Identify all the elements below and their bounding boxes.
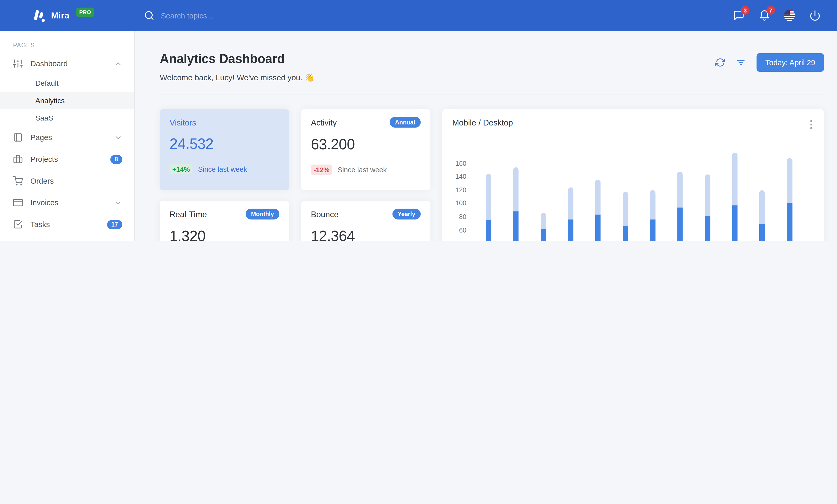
sidebar-item-analytics[interactable]: Analytics [0, 92, 134, 109]
desktop-segment [732, 152, 738, 205]
sliders-icon [13, 59, 23, 69]
stat-note: Since last week [198, 165, 247, 173]
bar-oct[interactable] [732, 152, 738, 241]
bar-jan[interactable] [486, 174, 492, 241]
mobile-segment [677, 207, 683, 241]
bar-chart: 020406080100120140160 JanFebMarAprMayJun… [475, 150, 803, 241]
sidebar-item-label: Pages [31, 133, 107, 142]
desktop-segment [513, 167, 519, 211]
mobile-segment [541, 229, 546, 241]
stat-value: 1.320 [170, 228, 279, 241]
bar-apr[interactable] [568, 187, 573, 241]
sidebar-item-invoices[interactable]: Invoices [0, 192, 134, 213]
stat-delta-badge: -12% [311, 165, 332, 175]
desktop-segment [595, 180, 601, 215]
sidebar-item-pages[interactable]: Pages [0, 127, 134, 148]
search-input[interactable] [161, 11, 313, 20]
mobile-segment [650, 219, 656, 241]
sidebar-item-projects[interactable]: Projects8 [0, 148, 134, 170]
filter-icon[interactable] [736, 58, 746, 68]
sidebar-item-label: Projects [31, 155, 103, 163]
sidebar-item-saas[interactable]: SaaS [0, 109, 134, 127]
notifications-count-badge: 7 [766, 6, 775, 14]
sidebar: PAGESDashboardDefaultAnalyticsSaaSPagesP… [0, 31, 134, 241]
y-tick-label: 80 [459, 213, 466, 221]
app-root: Mira PRO 3 7 PAGESDashboardDefaul [0, 0, 837, 241]
bar-jun[interactable] [623, 192, 628, 241]
bar-mar[interactable] [541, 213, 546, 241]
brand[interactable]: Mira PRO [0, 8, 134, 23]
y-tick-label: 100 [456, 200, 466, 207]
main-content: Analytics Dashboard Welcome back, Lucy! … [134, 31, 837, 241]
pro-badge: PRO [76, 7, 94, 17]
mobile-desktop-chart-card: Mobile / Desktop 020406080100120140160 J… [442, 109, 824, 241]
language-flag-button[interactable] [784, 10, 795, 21]
mobile-segment [568, 219, 573, 241]
mobile-segment [486, 220, 492, 241]
sidebar-item-calendar[interactable]: Calendar [0, 235, 134, 241]
notifications-button[interactable]: 7 [758, 10, 770, 22]
desktop-segment [541, 213, 546, 229]
chart-card-title: Mobile / Desktop [452, 118, 513, 127]
stat-card-bounce: BounceYearly12.364+27%Since last week [301, 201, 430, 241]
mobile-segment [705, 216, 710, 241]
sidebar-item-orders[interactable]: Orders [0, 170, 134, 192]
chevron-up-icon [114, 59, 122, 68]
desktop-segment [650, 190, 656, 219]
messages-count-badge: 3 [741, 6, 749, 14]
mobile-segment [513, 211, 519, 241]
mobile-segment [760, 224, 765, 241]
navbar: Mira PRO 3 7 [0, 0, 837, 31]
brand-name: Mira [51, 11, 69, 20]
briefcase-icon [13, 154, 23, 164]
credit-card-icon [13, 198, 23, 208]
y-tick-label: 160 [456, 160, 466, 167]
sidebar-item-tasks[interactable]: Tasks17 [0, 213, 134, 236]
bar-aug[interactable] [677, 172, 683, 241]
count-badge: 17 [107, 220, 122, 229]
search-icon [144, 11, 155, 21]
refresh-icon[interactable] [715, 58, 725, 68]
mobile-segment [623, 226, 628, 241]
welcome-message: Welcome back, Lucy! We've missed you. 👋 [160, 73, 315, 82]
messages-button[interactable]: 3 [733, 10, 745, 22]
bar-dec[interactable] [787, 158, 792, 241]
bar-jul[interactable] [650, 190, 656, 241]
sidebar-item-label: Dashboard [31, 59, 107, 68]
sidebar-item-dashboard[interactable]: Dashboard [0, 53, 134, 75]
y-tick-label: 120 [456, 186, 466, 194]
sign-out-button[interactable] [809, 10, 821, 22]
y-tick-label: 60 [459, 226, 466, 234]
stat-card-activity: ActivityAnnual63.200-12%Since last week [301, 109, 430, 190]
sidebar-item-label: Invoices [31, 198, 107, 207]
mobile-segment [595, 214, 601, 241]
bar-feb[interactable] [513, 167, 519, 241]
bar-sep[interactable] [705, 174, 710, 241]
y-tick-label: 40 [459, 240, 466, 241]
header-divider [160, 95, 824, 95]
layout-icon [13, 132, 23, 142]
stat-title: Visitors [170, 118, 196, 127]
kebab-menu-icon[interactable] [808, 118, 814, 131]
bar-nov[interactable] [760, 190, 765, 241]
desktop-segment [760, 190, 765, 224]
desktop-segment [677, 172, 683, 207]
sidebar-item-default[interactable]: Default [0, 74, 134, 92]
stat-card-real-time: Real-TimeMonthly1.320-18%Since last week [160, 201, 289, 241]
page-title: Analytics Dashboard [160, 52, 315, 66]
stat-value: 63.200 [311, 136, 421, 153]
desktop-segment [568, 187, 573, 220]
sidebar-section-label: PAGES [0, 31, 134, 53]
navbar-search [144, 11, 313, 21]
mira-logo-icon [31, 8, 46, 23]
date-picker-button[interactable]: Today: April 29 [757, 53, 824, 72]
desktop-segment [623, 192, 628, 226]
stat-title: Bounce [311, 210, 338, 219]
mobile-segment [787, 203, 792, 241]
bar-may[interactable] [595, 180, 601, 241]
stat-value: 12.364 [311, 228, 421, 241]
stat-delta-badge: +14% [170, 164, 193, 174]
sidebar-item-label: Orders [31, 177, 122, 185]
stat-value: 24.532 [170, 136, 279, 153]
chevron-down-icon [114, 199, 122, 207]
